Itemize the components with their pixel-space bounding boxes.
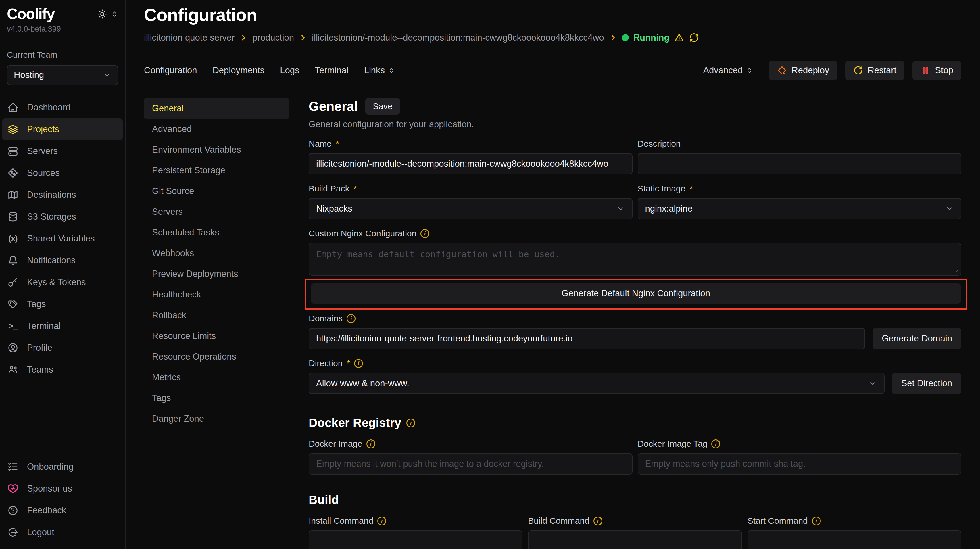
generate-nginx-config-button[interactable]: Generate Default Nginx Configuration bbox=[311, 283, 961, 304]
theme-switcher[interactable] bbox=[97, 9, 118, 19]
tab-logs[interactable]: Logs bbox=[280, 65, 299, 76]
info-icon[interactable]: i bbox=[406, 419, 415, 427]
subnav-rollback[interactable]: Rollback bbox=[144, 305, 289, 326]
subnav-scheduled-tasks[interactable]: Scheduled Tasks bbox=[144, 222, 289, 243]
docker-image-input[interactable] bbox=[309, 453, 633, 474]
name-input[interactable] bbox=[309, 153, 633, 175]
info-icon[interactable]: i bbox=[347, 314, 355, 323]
info-icon[interactable]: i bbox=[711, 439, 720, 449]
required-asterisk: * bbox=[336, 139, 339, 149]
sidebar-item-terminal[interactable]: >_ Terminal bbox=[2, 315, 123, 337]
install-command-input[interactable] bbox=[309, 530, 522, 549]
sidebar-item-destinations[interactable]: Destinations bbox=[2, 184, 123, 206]
direction-select[interactable]: Allow www & non-www. bbox=[309, 373, 885, 394]
sidebar-item-s3-storages[interactable]: S3 Storages bbox=[2, 206, 123, 228]
info-icon[interactable]: i bbox=[366, 439, 375, 449]
tab-deployments[interactable]: Deployments bbox=[212, 65, 264, 76]
nginx-config-textarea[interactable] bbox=[309, 243, 961, 276]
sidebar-item-label: Sources bbox=[27, 168, 60, 178]
tab-configuration[interactable]: Configuration bbox=[144, 65, 197, 76]
docker-image-tag-label: Docker Image Tagi bbox=[638, 439, 962, 449]
breadcrumb-application[interactable]: illicitestonion/-module--decomposition:m… bbox=[312, 32, 604, 43]
sidebar-item-keys-tokens[interactable]: Keys & Tokens bbox=[2, 271, 123, 293]
subnav-healthcheck[interactable]: Healthcheck bbox=[144, 284, 289, 305]
help-circle-icon bbox=[8, 505, 18, 516]
sidebar-item-feedback[interactable]: Feedback bbox=[2, 500, 123, 521]
info-icon[interactable]: i bbox=[812, 517, 821, 525]
domains-input[interactable] bbox=[309, 328, 865, 349]
subnav-resource-limits[interactable]: Resource Limits bbox=[144, 326, 289, 346]
sidebar-item-servers[interactable]: Servers bbox=[2, 140, 123, 162]
subnav-environment-variables[interactable]: Environment Variables bbox=[144, 139, 289, 160]
subnav-preview-deployments[interactable]: Preview Deployments bbox=[144, 264, 289, 284]
subnav-danger-zone[interactable]: Danger Zone bbox=[144, 409, 289, 429]
save-button[interactable]: Save bbox=[365, 98, 400, 115]
sidebar-item-logout[interactable]: Logout bbox=[2, 521, 123, 543]
sidebar-item-label: Projects bbox=[27, 124, 59, 135]
sidebar-item-label: Destinations bbox=[27, 190, 76, 200]
subnav-webhooks[interactable]: Webhooks bbox=[144, 243, 289, 264]
config-subnav: General Advanced Environment Variables P… bbox=[144, 98, 289, 429]
key-icon bbox=[8, 277, 18, 288]
subnav-git-source[interactable]: Git Source bbox=[144, 181, 289, 202]
status-running-link[interactable]: Running bbox=[633, 32, 670, 43]
start-command-label: Start Commandi bbox=[748, 516, 961, 526]
redeploy-button[interactable]: Redeploy bbox=[769, 60, 837, 80]
direction-value: Allow www & non-www. bbox=[316, 378, 409, 388]
breadcrumb-environment[interactable]: production bbox=[252, 32, 294, 43]
sidebar-item-dashboard[interactable]: Dashboard bbox=[2, 97, 123, 118]
terminal-icon: >_ bbox=[8, 321, 18, 331]
page-title: Configuration bbox=[144, 5, 961, 25]
sidebar-item-notifications[interactable]: Notifications bbox=[2, 250, 123, 271]
sidebar-item-profile[interactable]: Profile bbox=[2, 337, 123, 359]
refresh-icon[interactable] bbox=[689, 32, 699, 43]
generate-domain-button[interactable]: Generate Domain bbox=[872, 328, 961, 349]
sidebar-item-sponsor[interactable]: Sponsor us bbox=[2, 478, 123, 500]
info-icon[interactable]: i bbox=[593, 517, 602, 525]
chevrons-up-down-icon bbox=[111, 10, 118, 18]
heart-icon bbox=[8, 483, 18, 494]
info-icon[interactable]: i bbox=[377, 517, 386, 525]
sun-icon bbox=[97, 9, 107, 19]
sidebar-item-sources[interactable]: Sources bbox=[2, 162, 123, 184]
subnav-persistent-storage[interactable]: Persistent Storage bbox=[144, 160, 289, 181]
advanced-menu[interactable]: Advanced bbox=[703, 65, 753, 76]
restart-button[interactable]: Restart bbox=[845, 60, 904, 80]
chevron-down-icon bbox=[869, 379, 877, 388]
subnav-general[interactable]: General bbox=[144, 98, 289, 119]
breadcrumb-project[interactable]: illicitonion quote server bbox=[144, 32, 234, 43]
sidebar-item-label: Profile bbox=[27, 343, 52, 353]
warning-triangle-icon[interactable] bbox=[674, 32, 684, 43]
subnav-metrics[interactable]: Metrics bbox=[144, 367, 289, 388]
set-direction-button[interactable]: Set Direction bbox=[892, 373, 961, 394]
sidebar-item-label: S3 Storages bbox=[27, 212, 76, 222]
build-pack-label: Build Pack* bbox=[309, 184, 633, 193]
team-select[interactable]: Hosting bbox=[7, 65, 118, 85]
sidebar-item-onboarding[interactable]: Onboarding bbox=[2, 456, 123, 478]
static-image-select[interactable]: nginx:alpine bbox=[638, 198, 962, 219]
resize-grip-icon[interactable] bbox=[953, 267, 959, 273]
build-command-input[interactable] bbox=[528, 530, 742, 549]
chevron-right-icon bbox=[609, 34, 617, 41]
sidebar-item-projects[interactable]: Projects bbox=[2, 118, 123, 140]
subnav-resource-operations[interactable]: Resource Operations bbox=[144, 346, 289, 367]
stop-button[interactable]: Stop bbox=[912, 60, 961, 80]
logout-icon bbox=[8, 527, 18, 538]
info-icon[interactable]: i bbox=[354, 359, 363, 368]
build-pack-select[interactable]: Nixpacks bbox=[309, 198, 633, 219]
sidebar-item-tags[interactable]: Tags bbox=[2, 293, 123, 315]
description-input[interactable] bbox=[638, 153, 962, 175]
sidebar-item-label: Feedback bbox=[27, 505, 66, 516]
subnav-tags[interactable]: Tags bbox=[144, 388, 289, 409]
tab-links[interactable]: Links bbox=[364, 65, 395, 76]
sidebar-item-label: Teams bbox=[27, 364, 53, 375]
tab-terminal[interactable]: Terminal bbox=[315, 65, 348, 76]
sidebar-item-shared-variables[interactable]: (x) Shared Variables bbox=[2, 228, 123, 250]
docker-image-tag-input[interactable] bbox=[638, 453, 962, 474]
sidebar-item-teams[interactable]: Teams bbox=[2, 359, 123, 380]
start-command-input[interactable] bbox=[748, 530, 961, 549]
subnav-servers[interactable]: Servers bbox=[144, 202, 289, 222]
install-command-label: Install Commandi bbox=[309, 516, 522, 526]
subnav-advanced[interactable]: Advanced bbox=[144, 119, 289, 139]
info-icon[interactable]: i bbox=[420, 229, 430, 238]
